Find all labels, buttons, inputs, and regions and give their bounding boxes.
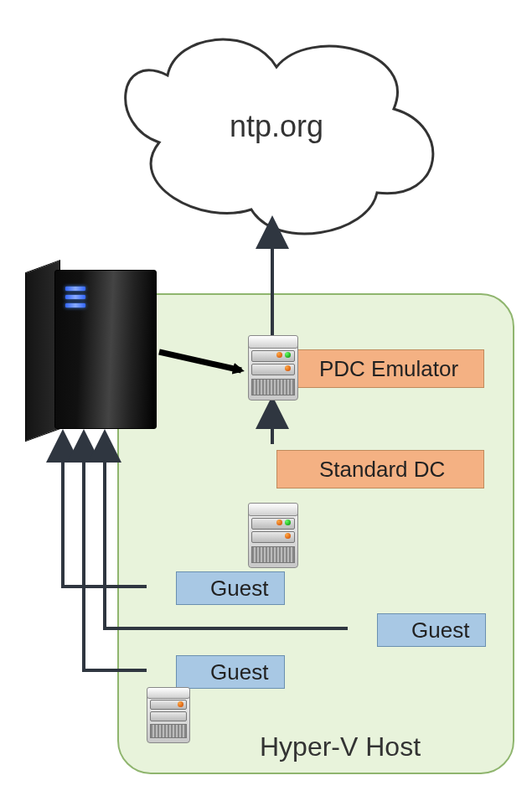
cloud-label: ntp.org [193, 109, 360, 144]
guest-b-label-box: Guest [176, 655, 285, 689]
host-tower-icon [25, 260, 168, 436]
guest-a-server-icon [142, 687, 193, 746]
stddc-server-icon [243, 503, 302, 570]
pdc-server-icon [243, 335, 302, 402]
stddc-label-box: Standard DC [276, 450, 484, 488]
diagram-stage: Hyper-V Host ntp.org [0, 0, 532, 796]
guest-c-label-box: Guest [377, 613, 486, 647]
pdc-label-box: PDC Emulator [276, 349, 484, 388]
hyperv-host-label: Hyper-V Host [260, 731, 421, 762]
guest-a-label-box: Guest [176, 571, 285, 605]
